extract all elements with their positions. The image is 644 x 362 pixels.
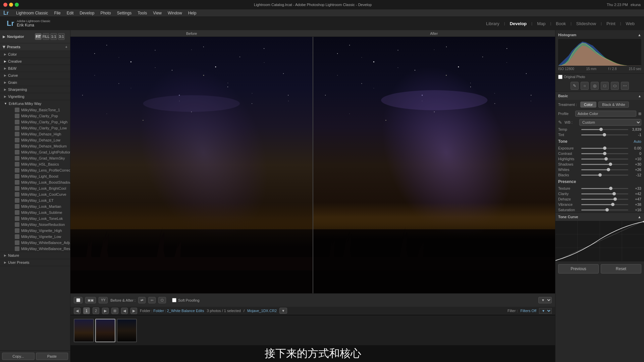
treatment-bw-btn[interactable]: Black & White [598,102,629,108]
module-print[interactable]: Print [604,20,618,27]
highlights-slider[interactable] [581,159,628,160]
folder-name[interactable]: Folder : 2_White Balance Edits [153,309,204,313]
preset-item[interactable]: MilkyWay_Look_ET [5,197,70,203]
module-book[interactable]: Book [553,20,569,27]
module-develop[interactable]: Develop [507,20,530,27]
nav-3to1[interactable]: 3:1 [58,33,65,40]
ba-yx-btn[interactable]: YY [99,297,108,303]
preset-item[interactable]: MilkyWay_BasicTone_1 [5,107,70,113]
prev-page-btn[interactable]: ◀ [74,308,80,314]
nav-fit[interactable]: FIT [35,33,42,40]
temp-slider[interactable] [581,129,628,130]
filter-dropdown[interactable]: ▼ [539,308,552,314]
preset-group-grain-header[interactable]: ▶ Grain [0,79,70,86]
ba-flip-btn[interactable]: ⬡ [158,297,166,303]
prev-photo-btn[interactable]: ◀ [121,308,128,314]
crop-tool-circle[interactable]: ○ [581,82,589,90]
crop-tool-pencil[interactable]: ✎ [571,82,579,90]
menu-help[interactable]: Help [188,11,197,15]
next-page-btn[interactable]: ▶ [102,308,109,314]
preset-group-bw-header[interactable]: ▶ B&W [0,65,70,72]
ba-swap-btn[interactable]: ⇄ [138,297,146,303]
filmstrip-thumb-3[interactable] [117,319,137,342]
menu-edit[interactable]: Edit [67,11,74,15]
preset-item[interactable]: MilkyWay_Lens_ProfileCorrection [5,167,70,173]
preset-item[interactable]: MilkyWay_Dehaze_Low [5,137,70,143]
presets-header[interactable]: ▶ Presets + [0,43,70,51]
vibrance-slider[interactable] [581,204,628,205]
module-web[interactable]: Web [623,20,638,27]
module-map[interactable]: Map [534,20,548,27]
preset-item[interactable]: MilkyWay_Clarity_Pop_High [5,119,70,125]
preset-group-curve-header[interactable]: ▶ Curve [0,72,70,79]
selected-file[interactable]: Mojave_1DX.CR2 [247,309,277,313]
preset-item[interactable]: MilkyWay_Dehaze_Medium [5,143,70,149]
tint-slider[interactable] [581,134,628,135]
preset-item[interactable]: MilkyWay_Light_Boost [5,173,70,179]
preset-item[interactable]: MilkyWay_Grad_WarmSky [5,155,70,161]
tone-auto-btn[interactable]: Auto [634,139,641,143]
profile-select[interactable]: Adobe Color Adobe Landscape Adobe Portra… [575,111,636,117]
view-mode-select[interactable]: ▼ [538,297,552,303]
original-photo-checkbox[interactable] [558,75,562,79]
preset-group-color-header[interactable]: ▶ Color [0,51,70,58]
preset-item[interactable]: MilkyWay_Look_ToneLok [5,216,70,222]
texture-slider[interactable] [581,188,628,189]
crop-tool-more[interactable]: ⋯ [621,82,629,90]
filmstrip-thumb-2[interactable] [95,319,115,342]
preset-item[interactable]: MilkyWay_Clarity_Pop_Low [5,125,70,131]
preset-item[interactable]: MilkyWay_NoiseReduction [5,222,70,228]
page-2-btn[interactable]: 2 [93,307,99,314]
before-after-side-btn[interactable]: ▣▣ [85,297,96,303]
preset-group-creative-header[interactable]: ▶ Creative [0,58,70,65]
nav-1to1[interactable]: 1:1 [50,33,57,40]
soft-proofing-checkbox[interactable] [172,298,176,302]
profile-grid-btn[interactable]: ⊞ [638,112,641,116]
menu-tools[interactable]: Tools [138,11,147,15]
preset-item[interactable]: MilkyWay_Dehaze_High [5,131,70,137]
basic-section-header[interactable]: Basic ▲ [555,92,644,100]
paste-btn[interactable]: Paste [36,353,68,360]
preset-item[interactable]: MilkyWay_Vignette_High [5,228,70,234]
ba-copy-btn[interactable]: ⇦ [148,297,156,303]
preset-item[interactable]: MilkyWay_Look_CoolCurve [5,191,70,197]
contrast-slider[interactable] [581,153,628,154]
previous-btn[interactable]: Previous [558,264,599,274]
navigator-header[interactable]: ▶ Navigator FIT FILL 1:1 3:1 [0,30,70,43]
filmstrip-thumb-1[interactable] [74,319,94,342]
maximize-window-btn[interactable] [15,3,19,7]
copy-btn[interactable]: Copy... [2,353,35,360]
preset-item[interactable]: MilkyWay_Look_BrightCool [5,185,70,191]
menu-settings[interactable]: Settings [117,11,131,15]
preset-item[interactable]: MilkyWay_Grad_LightPollution [5,149,70,155]
clarity-slider[interactable] [581,193,628,194]
exposure-slider[interactable] [581,148,628,149]
preset-group-nature-header[interactable]: ▶ Nature [0,252,70,259]
preset-item[interactable]: MilkyWay_Look_Martian [5,203,70,209]
nav-fill[interactable]: FILL [43,33,49,40]
menu-window[interactable]: Window [168,11,182,15]
preset-group-vignetting-header[interactable]: ▶ Vignetting [0,93,70,100]
minimize-window-btn[interactable] [9,3,13,7]
menu-photo[interactable]: Photo [100,11,111,15]
preset-item[interactable]: MilkyWay_WhiteBalance_Adjust [5,240,70,246]
wb-select[interactable]: Custom As Shot Auto Daylight [579,119,641,126]
presets-add-btn[interactable]: + [65,45,67,49]
crop-tool-rect[interactable]: □ [601,82,609,90]
dehaze-slider[interactable] [581,199,628,200]
file-expand-btn[interactable]: ▼ [279,308,287,314]
preset-item[interactable]: MilkyWay_Look_BoostShadow [5,179,70,185]
crop-mode-btn[interactable]: ⬜ [74,297,83,303]
blacks-slider[interactable] [581,175,628,176]
page-1-btn[interactable]: 1 [83,307,90,314]
close-window-btn[interactable] [3,3,7,7]
menu-develop[interactable]: Develop [79,11,94,15]
menu-app[interactable]: Lightroom Classic [16,11,48,15]
grid-btn[interactable]: ⊞ [111,308,118,314]
menu-file[interactable]: File [54,11,60,15]
menu-view[interactable]: View [153,11,162,15]
preset-item[interactable]: MilkyWay_HSL_Basics [5,161,70,167]
preset-item[interactable]: MilkyWay_Look_Sublime [5,209,70,216]
preset-item[interactable]: MilkyWay_WhiteBalance_Reset [5,246,70,252]
saturation-slider[interactable] [581,209,628,210]
